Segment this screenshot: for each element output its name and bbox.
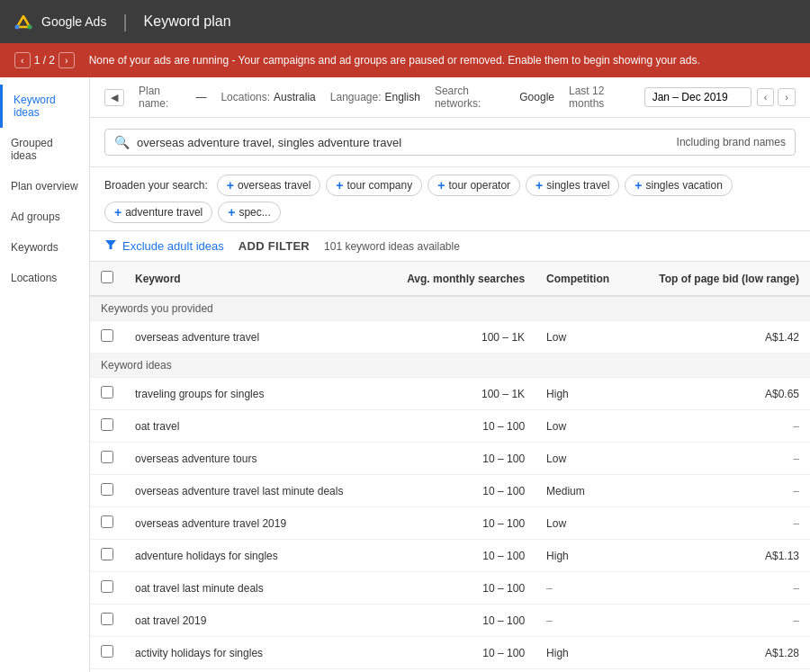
row-select-checkbox[interactable] bbox=[101, 451, 113, 463]
top-navigation: Google Ads | Keyword plan bbox=[0, 0, 810, 43]
nav-next-button[interactable]: › bbox=[58, 52, 75, 68]
broaden-chip-spec[interactable]: + spec... bbox=[218, 202, 281, 223]
competition-cell: Low bbox=[536, 321, 630, 354]
avg-searches-cell: 10 – 100 bbox=[381, 540, 536, 572]
row-checkbox-cell bbox=[90, 378, 124, 410]
brand-names-toggle[interactable]: Including brand names bbox=[677, 136, 786, 148]
nav-prev-button[interactable]: ‹ bbox=[14, 52, 31, 68]
broaden-chip-singles-vacation[interactable]: + singles vacation bbox=[625, 175, 733, 196]
date-range-selector: Last 12 months Jan – Dec 2019 ‹ › bbox=[569, 85, 796, 110]
svg-point-0 bbox=[11, 9, 36, 34]
search-input[interactable] bbox=[137, 136, 677, 149]
sidebar-item-keyword-ideas[interactable]: Keyword ideas bbox=[0, 85, 89, 128]
exclude-adult-button[interactable]: Exclude adult ideas bbox=[104, 238, 224, 254]
row-select-checkbox[interactable] bbox=[101, 613, 113, 625]
chip-label: spec... bbox=[238, 206, 270, 219]
top-page-bid-column-header: Top of page bid (low range) bbox=[630, 262, 810, 296]
avg-searches-column-header[interactable]: Avg. monthly searches bbox=[381, 262, 536, 296]
row-select-checkbox[interactable] bbox=[101, 386, 113, 399]
row-select-checkbox[interactable] bbox=[101, 329, 113, 342]
svg-point-2 bbox=[15, 25, 20, 30]
avg-searches-cell: 10 – 100 bbox=[381, 669, 536, 673]
sidebar-item-ad-groups[interactable]: Ad groups bbox=[0, 202, 89, 232]
keyword-count: 101 keyword ideas available bbox=[324, 240, 460, 253]
top-bid-cell: – bbox=[630, 669, 810, 673]
chip-plus-icon: + bbox=[437, 178, 445, 193]
date-prev-button[interactable]: ‹ bbox=[757, 88, 775, 106]
row-checkbox-cell bbox=[90, 321, 124, 354]
chip-plus-icon: + bbox=[227, 178, 234, 193]
chip-plus-icon: + bbox=[336, 178, 343, 193]
keyword-cell: overseas adventures bbox=[124, 669, 381, 673]
row-select-checkbox[interactable] bbox=[101, 548, 113, 560]
add-filter-button[interactable]: ADD FILTER bbox=[238, 239, 310, 253]
locations-label: Locations: bbox=[220, 91, 270, 103]
google-ads-logo: Google Ads bbox=[11, 9, 106, 34]
competition-cell: Low bbox=[536, 669, 630, 673]
section-header-cell: Keyword ideas bbox=[90, 354, 810, 378]
row-checkbox-cell bbox=[90, 540, 124, 572]
competition-cell: – bbox=[536, 605, 630, 637]
avg-searches-cell: 10 – 100 bbox=[381, 572, 536, 605]
sidebar-item-grouped-ideas[interactable]: Grouped ideas bbox=[0, 128, 89, 171]
keyword-cell: overseas adventure travel bbox=[124, 321, 381, 354]
keyword-cell: oat travel bbox=[124, 410, 381, 443]
chip-label: singles travel bbox=[546, 179, 609, 192]
nav-page-indicator: 1 / 2 bbox=[34, 54, 55, 67]
avg-searches-cell: 10 – 100 bbox=[381, 507, 536, 540]
row-checkbox-cell bbox=[90, 410, 124, 443]
competition-cell: High bbox=[536, 378, 630, 410]
chip-label: tour operator bbox=[448, 179, 510, 192]
avg-searches-cell: 100 – 1K bbox=[381, 321, 536, 354]
top-bid-cell: A$0.65 bbox=[630, 378, 810, 410]
row-checkbox-cell bbox=[90, 475, 124, 507]
broaden-chip-tour-company[interactable]: + tour company bbox=[326, 175, 422, 196]
avg-searches-cell: 10 – 100 bbox=[381, 637, 536, 669]
exclude-adult-label: Exclude adult ideas bbox=[122, 239, 224, 253]
keyword-cell: adventure holidays for singles bbox=[124, 540, 381, 572]
chip-plus-icon: + bbox=[228, 205, 235, 220]
row-select-checkbox[interactable] bbox=[101, 418, 113, 431]
sidebar-item-keywords[interactable]: Keywords bbox=[0, 232, 89, 263]
broaden-search-section: Broaden your search: + overseas travel +… bbox=[90, 167, 810, 231]
collapse-sidebar-button[interactable]: ◀ bbox=[104, 89, 124, 106]
select-all-checkbox[interactable] bbox=[101, 271, 113, 283]
broaden-chip-singles-travel[interactable]: + singles travel bbox=[526, 175, 619, 196]
plan-name-setting: Plan name: — bbox=[139, 85, 206, 110]
broaden-chip-overseas-travel[interactable]: + overseas travel bbox=[217, 175, 321, 196]
keyword-cell: activity holidays for singles bbox=[124, 637, 381, 669]
table-row: oat travel last minute deals 10 – 100 – … bbox=[90, 572, 810, 605]
top-bid-cell: – bbox=[630, 572, 810, 605]
plan-settings-bar: ◀ Plan name: — Locations: Australia Lang… bbox=[90, 77, 810, 118]
date-range-label: Last 12 months bbox=[569, 85, 639, 110]
language-label: Language: bbox=[330, 91, 382, 103]
avg-searches-cell: 10 – 100 bbox=[381, 410, 536, 443]
competition-cell: Low bbox=[536, 507, 630, 540]
keyword-cell: oat travel 2019 bbox=[124, 605, 381, 637]
sidebar-item-locations[interactable]: Locations bbox=[0, 263, 89, 293]
filter-svg-icon bbox=[104, 238, 117, 251]
broaden-chip-adventure-travel[interactable]: + adventure travel bbox=[104, 202, 212, 223]
table-row: oat travel 2019 10 – 100 – – bbox=[90, 605, 810, 637]
row-select-checkbox[interactable] bbox=[101, 580, 113, 593]
date-range-dropdown[interactable]: Jan – Dec 2019 bbox=[644, 87, 752, 107]
search-section: 🔍 Including brand names bbox=[90, 118, 810, 167]
row-select-checkbox[interactable] bbox=[101, 515, 113, 528]
sidebar-item-plan-overview[interactable]: Plan overview bbox=[0, 171, 89, 202]
chip-label: overseas travel bbox=[238, 179, 310, 192]
svg-marker-4 bbox=[105, 240, 116, 249]
row-select-checkbox[interactable] bbox=[101, 483, 113, 496]
row-select-checkbox[interactable] bbox=[101, 645, 113, 658]
competition-cell: Medium bbox=[536, 475, 630, 507]
table-row: overseas adventure travel 100 – 1K Low A… bbox=[90, 321, 810, 354]
row-checkbox-cell bbox=[90, 443, 124, 475]
google-ads-icon bbox=[11, 9, 36, 34]
table-header: Keyword Avg. monthly searches Competitio… bbox=[90, 262, 810, 296]
table-row: oat travel 10 – 100 Low – bbox=[90, 410, 810, 443]
language-setting: Language: English bbox=[330, 91, 420, 103]
table-row: overseas adventure travel last minute de… bbox=[90, 475, 810, 507]
avg-searches-cell: 10 – 100 bbox=[381, 605, 536, 637]
broaden-chip-tour-operator[interactable]: + tour operator bbox=[428, 175, 520, 196]
date-next-button[interactable]: › bbox=[778, 88, 796, 106]
chip-plus-icon: + bbox=[114, 205, 122, 220]
